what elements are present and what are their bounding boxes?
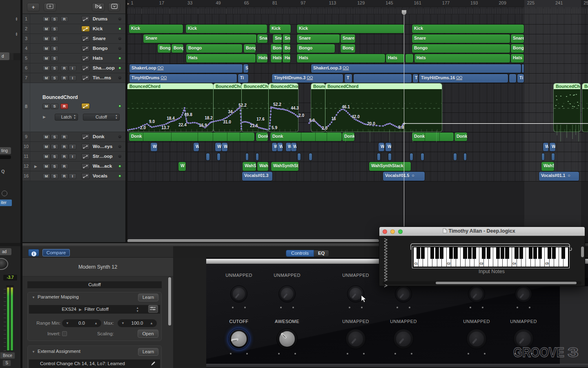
svg-text:3: 3 xyxy=(568,344,579,360)
svg-text:GROOVE: GROOVE xyxy=(513,344,564,360)
